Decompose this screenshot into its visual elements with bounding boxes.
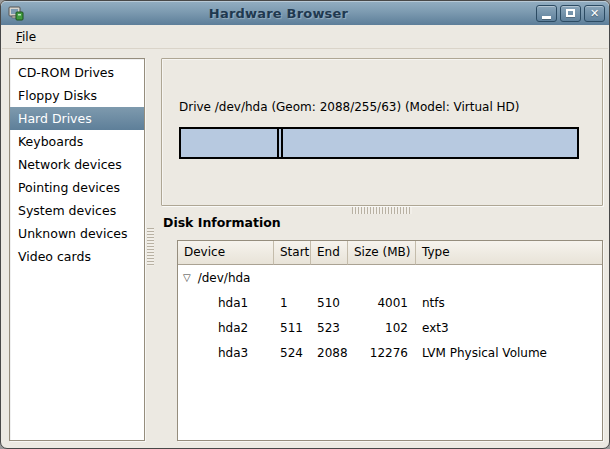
maximize-icon bbox=[566, 9, 575, 17]
maximize-button[interactable] bbox=[560, 5, 581, 22]
size-cell: 12276 bbox=[348, 346, 416, 360]
sidebar-item-system-devices[interactable]: System devices bbox=[10, 199, 144, 222]
minimize-button[interactable] bbox=[536, 5, 557, 22]
close-icon: ✕ bbox=[590, 8, 599, 19]
column-header-size-mb-[interactable]: Size (MB) bbox=[348, 241, 416, 265]
partition-segment-hda1[interactable] bbox=[181, 129, 277, 157]
drive-geometry-label: Drive /dev/hda (Geom: 2088/255/63) (Mode… bbox=[179, 100, 519, 114]
start-cell: 524 bbox=[274, 346, 311, 360]
end-cell: 2088 bbox=[311, 346, 348, 360]
disk-information-heading: Disk Information bbox=[163, 215, 281, 230]
vertical-pane-splitter-handle[interactable] bbox=[147, 228, 154, 266]
sidebar-item-video-cards[interactable]: Video cards bbox=[10, 245, 144, 268]
partition-table-header: DeviceStartEndSize (MB)Type bbox=[178, 241, 602, 265]
column-header-end[interactable]: End bbox=[311, 241, 348, 265]
size-cell: 102 bbox=[348, 321, 416, 335]
hardware-browser-app-icon bbox=[7, 5, 24, 22]
sidebar-item-cd-rom-drives[interactable]: CD-ROM Drives bbox=[10, 61, 144, 84]
partition-table: DeviceStartEndSize (MB)Type ▽/dev/hdahda… bbox=[177, 240, 603, 441]
sidebar-item-keyboards[interactable]: Keyboards bbox=[10, 130, 144, 153]
start-cell: 1 bbox=[274, 296, 311, 310]
titlebar[interactable]: Hardware Browser ✕ bbox=[1, 1, 609, 25]
sidebar-item-pointing-devices[interactable]: Pointing devices bbox=[10, 176, 144, 199]
end-cell: 510 bbox=[311, 296, 348, 310]
column-header-start[interactable]: Start bbox=[274, 241, 311, 265]
size-cell: 4001 bbox=[348, 296, 416, 310]
device-cell: hda2 bbox=[178, 321, 274, 335]
close-button[interactable]: ✕ bbox=[584, 5, 605, 22]
column-header-type[interactable]: Type bbox=[416, 241, 602, 265]
drive-panel: Drive /dev/hda (Geom: 2088/255/63) (Mode… bbox=[161, 58, 603, 206]
end-cell: 523 bbox=[311, 321, 348, 335]
minimize-icon bbox=[542, 16, 551, 19]
sidebar-item-unknown-devices[interactable]: Unknown devices bbox=[10, 222, 144, 245]
sidebar-item-floppy-disks[interactable]: Floppy Disks bbox=[10, 84, 144, 107]
sidebar-item-network-devices[interactable]: Network devices bbox=[10, 153, 144, 176]
type-cell: LVM Physical Volume bbox=[416, 346, 602, 360]
type-cell: ntfs bbox=[416, 296, 602, 310]
file-menu[interactable]: File bbox=[8, 27, 44, 47]
device-cell: hda1 bbox=[178, 296, 274, 310]
device-cell: hda3 bbox=[178, 346, 274, 360]
device-category-list[interactable]: CD-ROM DrivesFloppy DisksHard DrivesKeyb… bbox=[9, 58, 145, 441]
expander-icon[interactable]: ▽ bbox=[183, 273, 191, 283]
sidebar-item-hard-drives[interactable]: Hard Drives bbox=[10, 107, 144, 130]
window-title: Hardware Browser bbox=[24, 6, 533, 21]
horizontal-pane-splitter-handle[interactable] bbox=[352, 207, 412, 214]
table-row-hda1[interactable]: hda115104001ntfs bbox=[178, 290, 602, 315]
table-row-hda2[interactable]: hda2511523102ext3 bbox=[178, 315, 602, 340]
column-header-device[interactable]: Device bbox=[178, 241, 274, 265]
disk-partition-bar[interactable] bbox=[179, 127, 579, 159]
partition-table-body: ▽/dev/hdahda115104001ntfshda2511523102ex… bbox=[178, 265, 602, 365]
partition-segment-hda3[interactable] bbox=[281, 129, 577, 157]
root-device-cell: ▽/dev/hda bbox=[178, 271, 602, 285]
type-cell: ext3 bbox=[416, 321, 602, 335]
table-row-hda3[interactable]: hda3524208812276LVM Physical Volume bbox=[178, 340, 602, 365]
table-row-root-device[interactable]: ▽/dev/hda bbox=[178, 265, 602, 290]
hardware-browser-window: Hardware Browser ✕ File CD-ROM DrivesFlo… bbox=[0, 0, 610, 449]
menubar: File bbox=[2, 25, 608, 49]
root-device-name: /dev/hda bbox=[198, 271, 251, 285]
start-cell: 511 bbox=[274, 321, 311, 335]
